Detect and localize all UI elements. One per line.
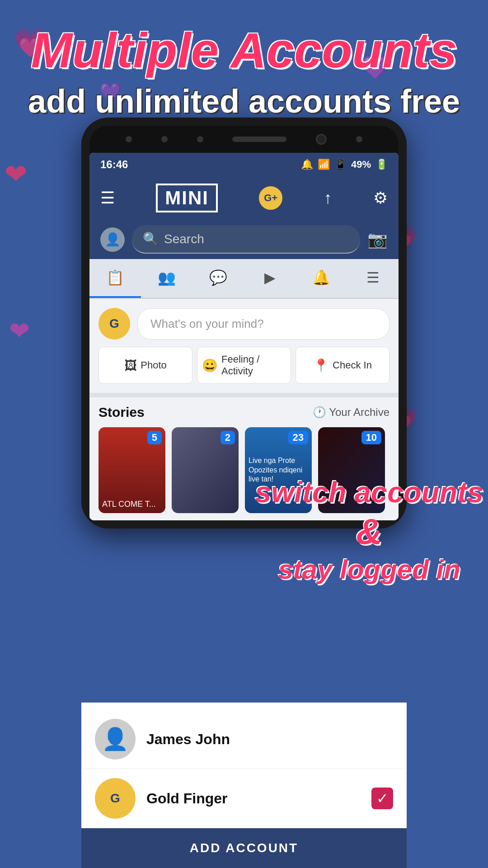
add-account-button[interactable]: ADD ACCOUNT: [81, 828, 407, 868]
post-creator: G What's on your mind? 🖼 Photo 😀 Feeling…: [89, 299, 399, 397]
signal-icon: 📱: [334, 159, 347, 170]
photo-label: Photo: [141, 359, 167, 371]
stories-archive[interactable]: 🕐 Your Archive: [313, 406, 389, 419]
account-item-james[interactable]: 👤 James John: [81, 710, 407, 769]
tab-feed[interactable]: 📋: [89, 259, 141, 298]
phone-dot: [356, 136, 362, 142]
post-input[interactable]: What's on your mind?: [137, 308, 389, 340]
app-logo: MINI: [156, 184, 218, 212]
tab-notifications[interactable]: 🔔: [296, 259, 347, 298]
story-card[interactable]: ATL COME T... 5: [99, 427, 165, 513]
wifi-icon: 📶: [318, 159, 330, 170]
overlay-line3: stay logged in: [255, 553, 483, 586]
checkin-label: Check In: [333, 359, 372, 371]
feeling-icon: 😀: [202, 358, 218, 373]
heart-decoration: ❤: [5, 158, 27, 190]
status-time: 16:46: [100, 158, 128, 171]
phone-dot: [161, 136, 168, 142]
account-panel: 👤 James John G Gold Finger ✓ ADD ACCOUNT: [81, 703, 407, 868]
story-badge: 5: [147, 431, 162, 444]
account-avatar-gold: G: [95, 778, 136, 819]
add-account-label: ADD ACCOUNT: [190, 841, 298, 855]
stories-title: Stories: [99, 405, 145, 420]
avatar-label: G+: [264, 192, 277, 204]
settings-icon[interactable]: ⚙: [373, 189, 388, 208]
post-actions: 🖼 Photo 😀 Feeling / Activity 📍 Check In: [99, 347, 389, 384]
story-badge: 10: [361, 431, 381, 444]
menu-icon[interactable]: ☰: [100, 189, 115, 208]
status-bar: 16:46 🔔 📶 📱 49% 🔋: [89, 153, 399, 176]
phone-screen: 16:46 🔔 📶 📱 49% 🔋 ☰ MINI G+ ↑ ⚙: [89, 153, 399, 520]
tab-friends[interactable]: 👥: [141, 259, 192, 298]
tab-messages[interactable]: 💬: [192, 259, 244, 298]
post-avatar-label: G: [109, 316, 119, 331]
gold-avatar-label: G: [110, 791, 120, 806]
app-header: ☰ MINI G+ ↑ ⚙: [89, 176, 399, 220]
phone-dot: [126, 136, 132, 142]
search-placeholder: Search: [164, 232, 204, 246]
account-checkmark: ✓: [371, 788, 393, 809]
tab-watch[interactable]: ▶: [244, 259, 296, 298]
post-creator-avatar: G: [99, 308, 130, 340]
checkin-icon: 📍: [313, 358, 329, 373]
top-banner: Multiple Accounts add unlimited accounts…: [0, 14, 488, 130]
battery-icon: 🔋: [375, 159, 388, 170]
heart-decoration: ❤: [9, 316, 30, 345]
account-name-gold: Gold Finger: [146, 790, 361, 807]
search-icon: 🔍: [143, 231, 159, 246]
overlay-ampersand: &: [255, 510, 483, 553]
story-badge: 2: [221, 431, 235, 444]
banner-subtitle: add unlimited accounts free: [9, 82, 479, 121]
user-avatar-small: 👤: [100, 227, 125, 252]
tab-menu[interactable]: ☰: [347, 259, 399, 298]
banner-title: Multiple Accounts: [9, 23, 479, 77]
stories-header: Stories 🕐 Your Archive: [99, 405, 389, 420]
search-bar: 👤 🔍 Search 📷: [89, 220, 399, 259]
overlay-line1: switch accounts: [255, 475, 483, 510]
upload-icon[interactable]: ↑: [324, 189, 332, 208]
battery-percent: 49%: [351, 159, 371, 170]
search-input-wrap[interactable]: 🔍 Search: [132, 225, 360, 254]
camera-icon[interactable]: 📷: [367, 230, 388, 249]
post-placeholder: What's on your mind?: [150, 317, 264, 330]
status-icons: 🔔 📶 📱 49% 🔋: [301, 159, 388, 170]
phone-dot: [197, 136, 203, 142]
account-item-gold[interactable]: G Gold Finger ✓: [81, 769, 407, 828]
account-switcher: 👤 James John G Gold Finger ✓ ADD ACCOUNT: [81, 703, 407, 868]
account-name-james: James John: [146, 731, 393, 748]
photo-button[interactable]: 🖼 Photo: [99, 347, 192, 384]
phone-mockup: 16:46 🔔 📶 📱 49% 🔋 ☰ MINI G+ ↑ ⚙: [81, 118, 407, 528]
post-top: G What's on your mind?: [99, 308, 389, 340]
overlay-text: switch accounts & stay logged in: [255, 475, 483, 586]
alarm-icon: 🔔: [301, 159, 313, 170]
account-avatar-james: 👤: [95, 719, 136, 760]
phone-camera: [316, 134, 327, 145]
user-avatar[interactable]: G+: [259, 186, 282, 210]
check-in-button[interactable]: 📍 Check In: [296, 347, 389, 384]
story-badge: 23: [288, 431, 308, 444]
story-text: ATL COME T...: [102, 500, 156, 509]
story-card[interactable]: 2: [172, 427, 239, 513]
feeling-activity-button[interactable]: 😀 Feeling / Activity: [197, 347, 291, 384]
photo-icon: 🖼: [124, 358, 137, 373]
phone-speaker: [232, 137, 286, 142]
nav-tabs: 📋 👥 💬 ▶ 🔔 ☰: [89, 259, 399, 299]
feeling-label: Feeling / Activity: [221, 354, 286, 377]
